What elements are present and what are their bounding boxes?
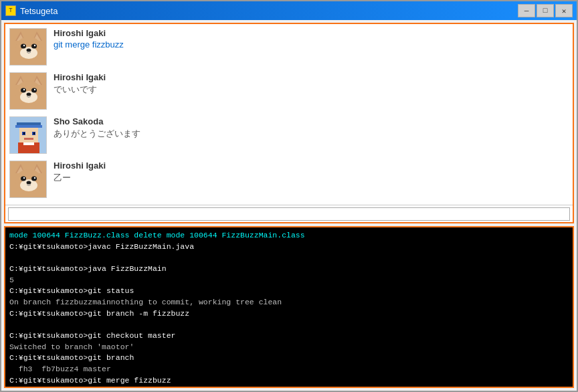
title-bar: T Tetsugeta — □ ✕ [1, 1, 577, 20]
terminal-line: C:¥git¥tsukamoto>java FizzBuzzMain [9, 264, 569, 275]
svg-point-22 [34, 89, 35, 90]
message-text: 乙ー [54, 172, 106, 184]
svg-point-23 [27, 93, 31, 96]
terminal-line: Updating f2ob.2dd2c/3Fast-forward .gitig… [9, 386, 569, 387]
svg-point-42 [21, 177, 26, 181]
main-window: T Tetsugeta — □ ✕ [0, 0, 578, 392]
terminal-line: mode 100644 FizzBuzz.class delete mode 1… [9, 230, 569, 241]
close-button[interactable]: ✕ [555, 4, 573, 17]
message-text: ありがとうございます [54, 128, 140, 140]
svg-point-9 [23, 45, 25, 46]
list-item: Hiroshi Igaki git merge fizzbuzz [9, 28, 569, 66]
sender-name: Hiroshi Igaki [54, 161, 106, 171]
list-item: Hiroshi Igaki でいいです [9, 72, 569, 110]
avatar [9, 116, 47, 154]
svg-point-43 [31, 177, 37, 181]
svg-rect-32 [24, 138, 33, 140]
svg-point-19 [21, 88, 26, 93]
terminal-panel: mode 100644 FizzBuzz.class delete mode 1… [4, 226, 574, 388]
terminal-line: C:¥git¥tsukamoto>git branch -m fizzbuzz [9, 308, 569, 320]
chat-input-area [5, 205, 573, 222]
sender-name: Sho Sakoda [54, 116, 140, 126]
svg-point-45 [34, 177, 35, 179]
avatar [9, 72, 47, 110]
sender-name: Hiroshi Igaki [54, 72, 106, 82]
svg-point-11 [27, 49, 31, 52]
chat-input[interactable] [8, 207, 570, 221]
svg-rect-31 [33, 132, 35, 134]
message-text: git merge fizzbuzz [54, 39, 124, 50]
terminal-scroll[interactable]: mode 100644 FizzBuzz.class delete mode 1… [5, 227, 573, 387]
svg-point-46 [27, 181, 31, 185]
svg-point-7 [21, 44, 26, 49]
message-content: Sho Sakoda ありがとうございます [54, 116, 140, 140]
maximize-button[interactable]: □ [537, 4, 554, 17]
svg-rect-26 [15, 125, 42, 128]
chat-panel: Hiroshi Igaki git merge fizzbuzz [4, 23, 574, 223]
chat-scroll[interactable]: Hiroshi Igaki git merge fizzbuzz [5, 24, 573, 205]
window-title: Tetsugeta [20, 6, 518, 16]
svg-rect-30 [23, 132, 25, 134]
terminal-line: C:¥git¥tsukamoto>git merge fizzbuzz [9, 375, 569, 387]
svg-point-10 [34, 45, 35, 46]
message-content: Hiroshi Igaki でいいです [54, 72, 106, 96]
terminal-line [9, 319, 569, 330]
avatar [9, 28, 47, 66]
svg-point-44 [23, 177, 25, 179]
avatar [9, 161, 47, 198]
svg-rect-34 [23, 142, 34, 145]
app-icon: T [5, 5, 16, 16]
main-content: Hiroshi Igaki git merge fizzbuzz [1, 20, 577, 391]
sender-name: Hiroshi Igaki [54, 28, 124, 38]
terminal-line: C:¥git¥tsukamoto>javac FizzBuzzMain.java [9, 241, 569, 253]
terminal-line: C:¥git¥tsukamoto>git branch [9, 353, 569, 364]
svg-point-8 [31, 44, 37, 49]
terminal-line [9, 252, 569, 264]
terminal-line: C:¥git¥tsukamoto>git checkout master [9, 330, 569, 342]
message-content: Hiroshi Igaki 乙ー [54, 161, 106, 184]
window-controls: — □ ✕ [518, 4, 573, 17]
terminal-line: C:¥git¥tsukamoto>git status [9, 286, 569, 297]
svg-point-20 [31, 88, 37, 93]
list-item: Sho Sakoda ありがとうございます [9, 116, 569, 154]
list-item: Hiroshi Igaki 乙ー [9, 161, 569, 198]
terminal-line: fh3 fb7buzz4 master [9, 364, 569, 375]
terminal-line: Switched to branch 'maotor' [9, 342, 569, 353]
minimize-button[interactable]: — [518, 4, 535, 17]
svg-point-21 [23, 89, 25, 90]
terminal-line: On branch fizzbuzzmainnothing to commit,… [9, 297, 569, 308]
message-text: でいいです [54, 84, 106, 96]
message-content: Hiroshi Igaki git merge fizzbuzz [54, 28, 124, 50]
terminal-line: 5 [9, 275, 569, 286]
